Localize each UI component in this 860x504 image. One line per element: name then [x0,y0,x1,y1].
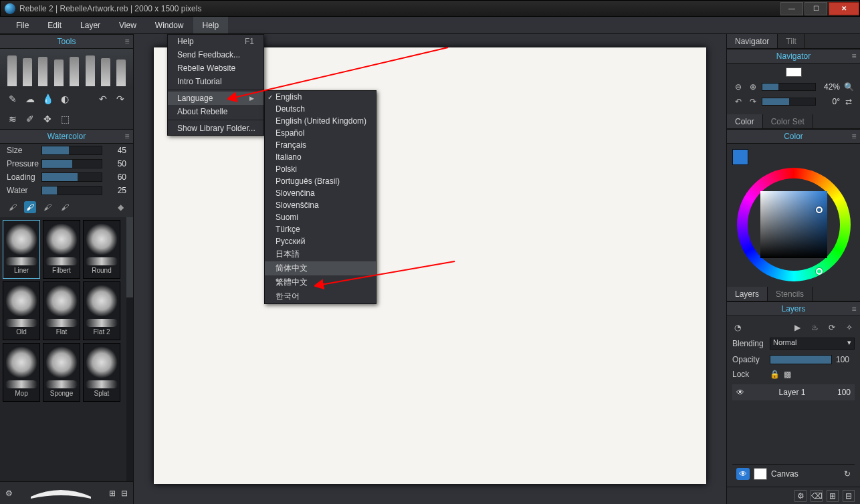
layer-opacity-slider[interactable] [770,355,832,364]
tab-layers[interactable]: Layers [727,287,768,301]
language-option[interactable]: Türkçe [265,223,376,235]
tab-color-set[interactable]: Color Set [763,114,813,128]
remove-layer-icon[interactable]: ⊟ [843,490,855,502]
size-slider[interactable] [41,146,102,155]
language-option[interactable]: 日本語 [265,247,376,261]
tool-pastel[interactable] [38,57,47,86]
tool-airbrush[interactable] [101,58,110,86]
preset-old[interactable]: Old [3,281,40,340]
blow-icon[interactable]: ≋ [7,113,19,125]
eraser-mode-icon[interactable]: ◆ [114,201,126,213]
help-item-website[interactable]: Rebelle Website [168,61,263,75]
language-option[interactable]: Português (Brasil) [265,175,376,187]
language-option[interactable]: ✓English [265,91,376,103]
rotate-cw-icon[interactable]: ↷ [747,96,759,108]
tool-pencil[interactable] [54,59,64,86]
fast-dry-icon[interactable]: ✧ [844,323,855,332]
remove-preset-icon[interactable]: ⊟ [121,489,128,498]
preset-mop[interactable]: Mop [3,343,40,402]
eye-icon[interactable]: 👁 [736,388,747,397]
tool-ink[interactable] [70,57,79,86]
transform-icon[interactable]: ✥ [41,113,53,125]
menu-file[interactable]: File [7,17,38,33]
presets-scrollbar[interactable] [126,217,133,481]
selection-icon[interactable]: ⬚ [59,113,71,125]
canvas-row[interactable]: 👁 Canvas ↻ [732,464,855,483]
language-option[interactable]: 繁體中文 [265,275,376,289]
smudge-icon[interactable]: ☁ [24,93,36,105]
rotate-ccw-icon[interactable]: ↶ [732,96,744,108]
show-wet-icon[interactable]: ◔ [732,323,743,332]
close-button[interactable]: ✕ [829,2,859,15]
canvas-reset-icon[interactable]: ↻ [844,469,851,479]
zoom-slider[interactable] [762,83,816,91]
help-item-language[interactable]: Language▶ [168,92,263,105]
lock-icon[interactable]: 🔒 [770,370,780,379]
lock-alpha-icon[interactable]: ▩ [784,370,791,379]
blending-select[interactable]: Normal ▾ [770,338,855,350]
zoom-in-icon[interactable]: ⊕ [747,81,759,93]
language-option[interactable]: Polski [265,163,376,175]
loading-slider[interactable] [41,172,102,182]
menu-layer[interactable]: Layer [71,17,110,33]
tab-stencils[interactable]: Stencils [768,287,813,301]
color-wheel[interactable] [737,168,851,281]
pressure-slider[interactable] [41,159,102,168]
play-icon[interactable]: ▶ [792,323,802,332]
layers-menu-icon[interactable]: ≡ [848,304,860,313]
paint-wet-mode-icon[interactable]: 🖌 [59,201,71,213]
language-option[interactable]: Русский [265,235,376,247]
tool-acrylic[interactable] [23,58,32,86]
add-preset-icon[interactable]: ⊞ [109,489,116,498]
dry-layer-icon[interactable]: ⟳ [827,323,837,332]
tools-menu-icon[interactable]: ≡ [121,37,133,46]
help-item-feedback[interactable]: Send Feedback... [168,48,263,61]
language-option[interactable]: Español [265,127,376,139]
paint-mode-icon[interactable]: 🖌 [7,201,19,213]
help-item-tutorial[interactable]: Intro Tutorial [168,75,263,88]
water-slider[interactable] [41,186,102,195]
add-layer-icon[interactable]: ⊞ [827,490,839,502]
menu-window[interactable]: Window [146,17,193,33]
language-option[interactable]: Deutsch [265,103,376,115]
layer-row[interactable]: 👁 Layer 1 100 [732,384,855,400]
canvas-eye-icon[interactable]: 👁 [736,468,750,480]
clear-layer-icon[interactable]: ⌫ [811,490,823,502]
zoom-out-icon[interactable]: ⊖ [732,81,744,93]
tab-tilt[interactable]: Tilt [778,34,805,48]
blend-icon[interactable]: ✎ [7,93,19,105]
language-option[interactable]: Suomi [265,211,376,223]
language-option[interactable]: Italiano [265,151,376,163]
navigator-minimap[interactable] [786,68,802,77]
minimize-button[interactable]: — [780,2,803,15]
menu-view[interactable]: View [110,17,146,33]
tool-marker[interactable] [86,55,95,86]
tab-color[interactable]: Color [727,114,763,128]
tool-watercolor[interactable] [7,55,17,86]
paint-dry-mode-icon[interactable]: 🖌 [41,201,53,213]
menu-edit[interactable]: Edit [38,17,71,33]
language-option[interactable]: English (United Kingdom) [265,115,376,127]
tool-eraser[interactable] [116,59,126,86]
paint-blend-mode-icon[interactable]: 🖌 [24,201,36,213]
water-icon[interactable]: 💧 [41,93,53,105]
layer-visual-settings-icon[interactable]: ⚙ [794,490,807,502]
preset-sponge[interactable]: Sponge [43,343,80,402]
preset-flat[interactable]: Flat [43,281,80,340]
preset-filbert[interactable]: Filbert [43,220,80,279]
undo-icon[interactable]: ↶ [97,93,109,105]
help-item-showlib[interactable]: Show Library Folder... [168,122,263,135]
eyedropper-icon[interactable]: ✐ [24,113,36,125]
brush-panel-menu-icon[interactable]: ≡ [121,132,133,141]
color-menu-icon[interactable]: ≡ [848,132,860,141]
language-option[interactable]: Français [265,139,376,151]
settings-icon[interactable]: ⚙ [5,489,13,498]
preset-flat2[interactable]: Flat 2 [83,281,120,340]
preset-liner[interactable]: Liner [3,220,40,279]
language-option[interactable]: Slovenščina [265,199,376,211]
help-item-help[interactable]: HelpF1 [168,35,263,48]
color-swatch[interactable] [732,149,748,165]
rotation-slider[interactable] [762,98,816,106]
wet-layer-icon[interactable]: ♨ [809,323,820,332]
menu-help[interactable]: Help [193,17,229,33]
